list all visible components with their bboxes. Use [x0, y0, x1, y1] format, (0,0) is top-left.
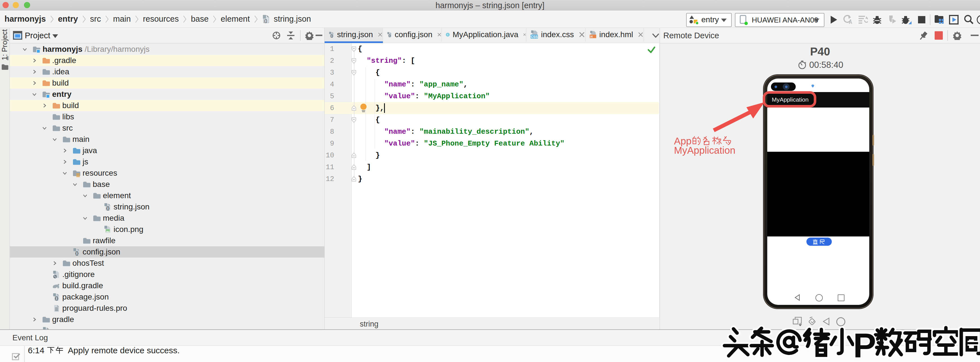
svg-text:P: P — [853, 326, 876, 362]
svg-text:{}: {} — [75, 251, 79, 256]
svg-text:C: C — [447, 33, 449, 36]
svg-text:{}: {} — [388, 34, 391, 37]
svg-text:{}: {} — [264, 18, 267, 23]
svg-text:{}: {} — [331, 34, 333, 38]
svg-text:A: A — [849, 19, 852, 24]
svg-text:{}: {} — [106, 206, 110, 211]
svg-text:CSS: CSS — [531, 35, 538, 39]
svg-text:H: H — [590, 35, 593, 38]
svg-text:{}: {} — [55, 296, 58, 301]
